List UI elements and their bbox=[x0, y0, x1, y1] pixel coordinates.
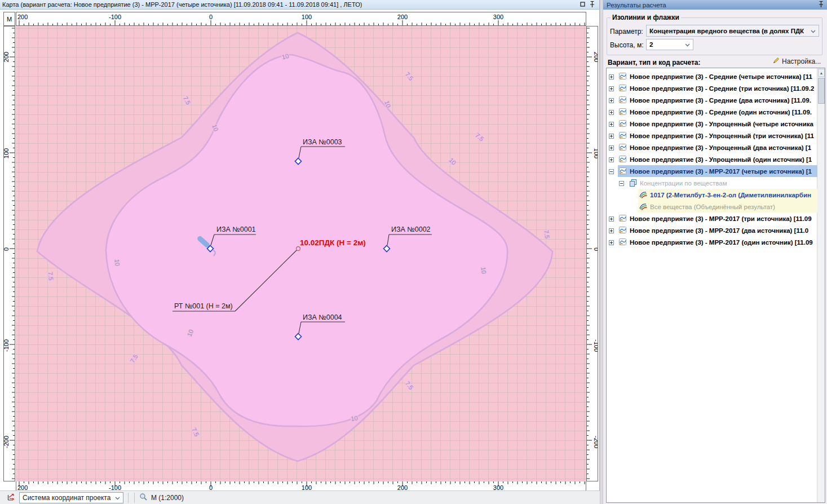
calc-variant-icon bbox=[619, 155, 627, 164]
tree-row[interactable]: Новое предприятие (3) - МРР-2017 (три ис… bbox=[607, 213, 817, 224]
tree-row[interactable]: 1017 (2-Метилбут-3-ен-2-ол (Диметилвинил… bbox=[607, 189, 817, 201]
tree-row-label: 1017 (2-Метилбут-3-ен-2-ол (Диметилвинил… bbox=[650, 192, 811, 198]
ruler-ticks: 2001000-100-200 bbox=[587, 26, 598, 481]
tree-row[interactable]: Новое предприятие (3) - МРР-2017 (один и… bbox=[607, 236, 817, 248]
tree-row-label: Новое предприятие (3) - МРР-2017 (четыре… bbox=[630, 168, 812, 175]
tree-row-content[interactable]: Новое предприятие (3) - МРР-2017 (три ис… bbox=[618, 213, 817, 224]
restore-window-icon[interactable] bbox=[580, 1, 585, 8]
map-canvas[interactable]: 7.57.57.57.57.57.57.57.51010101010101010… bbox=[16, 26, 586, 481]
expand-icon[interactable] bbox=[609, 133, 614, 140]
expand-icon[interactable] bbox=[609, 98, 614, 104]
tree-row-content[interactable]: Новое предприятие (3) - МРР-2017 (четыре… bbox=[618, 165, 817, 177]
application-window: Карта (вариант расчета: Новое предприяти… bbox=[0, 0, 827, 504]
calc-variant-icon bbox=[619, 143, 627, 152]
tree-row-content[interactable]: Концентрации по веществам bbox=[628, 177, 817, 189]
tree-row-label: Новое предприятие (3) - Средние (один ис… bbox=[630, 109, 812, 116]
tree-row-label: Новое предприятие (3) - Средние (три ист… bbox=[630, 85, 814, 92]
collapse-icon[interactable] bbox=[609, 169, 614, 175]
parameter-select[interactable]: Концентрация вредного вещества (в долях … bbox=[646, 25, 819, 37]
tree-row-content[interactable]: Новое предприятие (3) - Средние (один ис… bbox=[618, 106, 817, 118]
statusbar-separator bbox=[134, 493, 135, 503]
tree-row-content[interactable]: Новое предприятие (3) - Средние (два ист… bbox=[618, 94, 817, 106]
tree-row-content[interactable]: Все вещества (Объединённый результат) bbox=[638, 201, 817, 213]
svg-text:-200: -200 bbox=[593, 436, 598, 448]
height-select[interactable]: 2 bbox=[646, 39, 693, 50]
results-panel: Результаты расчета Изолинии и флажки Пар… bbox=[603, 0, 827, 504]
tree-row-content[interactable]: Новое предприятие (3) - Упрощенный (два … bbox=[618, 142, 817, 153]
tree-row[interactable]: Новое предприятие (3) - Упрощенный (один… bbox=[607, 153, 817, 165]
calc-variant-icon bbox=[619, 238, 627, 247]
expand-icon[interactable] bbox=[609, 109, 614, 116]
expand-icon[interactable] bbox=[609, 157, 614, 163]
chevron-down-icon bbox=[115, 494, 120, 502]
map-statusbar: Система координат проекта М (1:2000) bbox=[0, 490, 600, 504]
calc-variant-icon bbox=[619, 131, 627, 140]
map-title: Карта (вариант расчета: Новое предприяти… bbox=[2, 1, 362, 8]
ruler-top: 200-1000100200300 bbox=[16, 12, 586, 26]
pin-icon[interactable] bbox=[819, 1, 824, 9]
expand-icon[interactable] bbox=[609, 240, 614, 246]
ruler-ticks: 200-1000100200300 bbox=[16, 12, 586, 25]
ruler-ticks: 2001000-100-200 bbox=[4, 26, 15, 481]
svg-text:300: 300 bbox=[493, 14, 503, 20]
svg-text:200: 200 bbox=[17, 14, 28, 20]
svg-text:100: 100 bbox=[593, 148, 598, 158]
tree-scrollbar[interactable]: ▲ bbox=[817, 68, 825, 502]
tree-row[interactable]: Новое предприятие (3) - Средние (два ист… bbox=[607, 94, 817, 106]
tree-row-label: Новое предприятие (3) - МРР-2017 (два ис… bbox=[630, 227, 808, 234]
settings-button[interactable]: Настройка... bbox=[772, 57, 821, 66]
coordinate-system-select[interactable]: Система координат проекта bbox=[19, 492, 123, 503]
expand-icon[interactable] bbox=[609, 216, 614, 223]
pin-icon[interactable] bbox=[590, 1, 595, 9]
tree-row[interactable]: Новое предприятие (3) - МРР-2017 (два ис… bbox=[607, 224, 817, 236]
tree-row[interactable]: Новое предприятие (3) - Средние (один ис… bbox=[607, 106, 817, 118]
collapse-icon[interactable] bbox=[619, 180, 624, 187]
isoline-value-label: 10 bbox=[351, 414, 359, 422]
scrollbar-thumb[interactable] bbox=[818, 78, 825, 104]
expand-icon[interactable] bbox=[609, 145, 614, 152]
isolines-groupbox-title: Изолинии и флажки bbox=[611, 14, 681, 21]
tree-row-label: Новое предприятие (3) - Средние (четыре … bbox=[630, 73, 812, 80]
svg-text:0: 0 bbox=[209, 14, 213, 20]
tree-row-content[interactable]: Новое предприятие (3) - Упрощенный (четы… bbox=[618, 118, 817, 130]
tree-row-content[interactable]: Новое предприятие (3) - МРР-2017 (один и… bbox=[618, 236, 817, 248]
calc-variant-icon bbox=[619, 167, 627, 176]
map-titlebar[interactable]: Карта (вариант расчета: Новое предприяти… bbox=[0, 0, 599, 10]
calc-variant-icon bbox=[619, 72, 627, 81]
isoline-value-label: 10 bbox=[480, 267, 487, 274]
calc-variant-icon bbox=[619, 108, 627, 117]
scroll-up-icon[interactable]: ▲ bbox=[818, 69, 825, 77]
calc-point-marker[interactable] bbox=[297, 247, 300, 251]
tree-row[interactable]: Новое предприятие (3) - Упрощенный (два … bbox=[607, 142, 817, 153]
expand-icon[interactable] bbox=[609, 86, 614, 92]
isolines-result-icon bbox=[639, 191, 647, 200]
tree-row[interactable]: Все вещества (Объединённый результат) bbox=[607, 201, 817, 213]
tree-row[interactable]: Новое предприятие (3) - Упрощенный (три … bbox=[607, 130, 817, 142]
magnifier-icon[interactable] bbox=[139, 493, 148, 503]
tree-row-label: Новое предприятие (3) - МРР-2017 (три ис… bbox=[630, 215, 812, 222]
tree-row-label: Новое предприятие (3) - Упрощенный (три … bbox=[630, 132, 814, 139]
tree-row[interactable]: Новое предприятие (3) - Средние (четыре … bbox=[607, 70, 817, 82]
tree-row[interactable]: Концентрации по веществам bbox=[607, 177, 817, 189]
ruler-ticks: 200-1000100200300 bbox=[16, 481, 586, 491]
expand-icon[interactable] bbox=[609, 121, 614, 128]
expand-icon[interactable] bbox=[609, 74, 614, 81]
tree-row-content[interactable]: Новое предприятие (3) - Упрощенный (три … bbox=[618, 130, 817, 142]
results-panel-header[interactable]: Результаты расчета bbox=[603, 0, 827, 10]
tree-row-label: Новое предприятие (3) - Упрощенный (один… bbox=[630, 156, 812, 163]
tree-row[interactable]: Новое предприятие (3) - МРР-2017 (четыре… bbox=[607, 165, 817, 177]
tree-row-content[interactable]: Новое предприятие (3) - Средние (четыре … bbox=[618, 70, 817, 82]
isoline-value-label: 10 bbox=[114, 259, 121, 266]
tree-row[interactable]: Новое предприятие (3) - Средние (три ист… bbox=[607, 82, 817, 94]
tree-row-content[interactable]: Новое предприятие (3) - МРР-2017 (два ис… bbox=[618, 224, 817, 236]
expand-icon[interactable] bbox=[609, 228, 614, 235]
ruler-left: 2001000-100-200 bbox=[3, 26, 15, 481]
tree-row-content[interactable]: Новое предприятие (3) - Средние (три ист… bbox=[618, 82, 817, 94]
tree-row-content[interactable]: 1017 (2-Метилбут-3-ен-2-ол (Диметилвинил… bbox=[638, 189, 817, 201]
coordinate-axes-icon bbox=[7, 492, 16, 503]
tree-row[interactable]: Новое предприятие (3) - Упрощенный (четы… bbox=[607, 118, 817, 130]
svg-text:-100: -100 bbox=[4, 339, 10, 352]
tree-row-label: Новое предприятие (3) - Средние (два ист… bbox=[630, 97, 811, 104]
tree-row-content[interactable]: Новое предприятие (3) - Упрощенный (один… bbox=[618, 153, 817, 165]
statusbar-separator bbox=[128, 493, 129, 503]
